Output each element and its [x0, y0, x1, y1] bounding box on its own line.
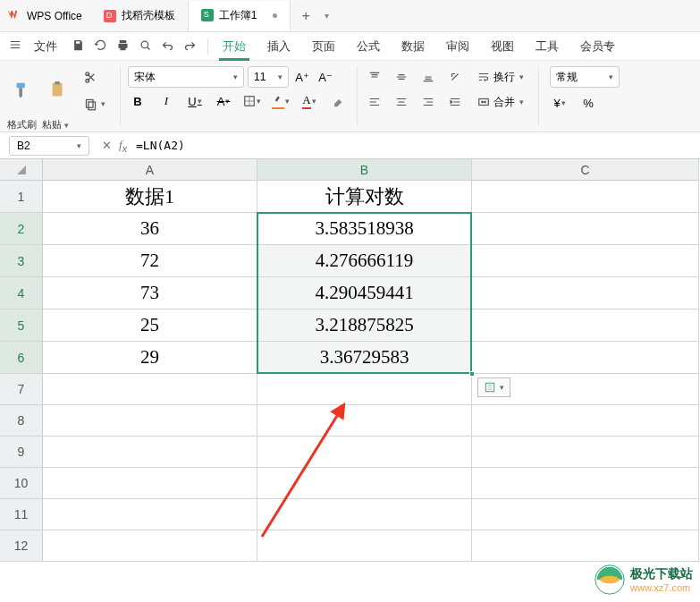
menu-formula[interactable]: 公式 [346, 32, 391, 61]
cell-B7[interactable] [257, 374, 472, 405]
tab-workbook1[interactable]: 工作簿1 [189, 1, 291, 31]
row-header-9[interactable]: 9 [0, 437, 43, 468]
cancel-formula-icon[interactable]: ✕ [102, 139, 112, 152]
print-icon[interactable] [116, 38, 130, 55]
tab-daokemuban[interactable]: 找稻壳模板 [91, 1, 189, 31]
cut-button[interactable] [79, 66, 111, 88]
font-name-select[interactable]: 宋体▾ [128, 66, 244, 88]
add-tab-button[interactable]: + [291, 8, 320, 24]
cell-C8[interactable] [472, 405, 699, 437]
menu-tools[interactable]: 工具 [525, 32, 569, 61]
cell-C3[interactable] [472, 245, 699, 277]
align-right-button[interactable] [418, 92, 438, 112]
indent-button[interactable] [445, 92, 465, 112]
row-header-4[interactable]: 4 [0, 277, 43, 309]
cell-C5[interactable] [472, 309, 699, 342]
font-color-button[interactable]: A▾ [299, 91, 319, 111]
cell-A10[interactable] [43, 468, 257, 499]
row-header-5[interactable]: 5 [0, 309, 43, 342]
cell-C12[interactable] [472, 530, 699, 562]
cell-B11[interactable] [257, 499, 472, 530]
menu-view[interactable]: 视图 [480, 32, 525, 61]
decrease-font-button[interactable]: A⁻ [316, 67, 335, 87]
row-header-10[interactable]: 10 [0, 468, 43, 499]
tab-overflow-icon[interactable]: ▾ [321, 11, 333, 21]
orientation-button[interactable] [445, 67, 465, 87]
cell-C6[interactable] [472, 342, 699, 374]
cell-C10[interactable] [472, 468, 699, 499]
paste-button[interactable] [43, 77, 73, 104]
row-header-12[interactable]: 12 [0, 530, 43, 562]
formula-input[interactable] [136, 139, 686, 152]
col-header-B[interactable]: B [257, 159, 472, 181]
cell-A1[interactable]: 数据1 [43, 181, 257, 213]
col-header-A[interactable]: A [43, 159, 257, 181]
cell-C9[interactable] [472, 437, 699, 468]
percent-button[interactable]: % [578, 93, 598, 113]
copy-button[interactable]: ▾ [79, 93, 111, 114]
menu-page[interactable]: 页面 [301, 32, 346, 61]
row-header-2[interactable]: 2 [0, 213, 43, 245]
cell-A9[interactable] [43, 437, 257, 468]
fill-color-button[interactable]: ▾ [271, 91, 291, 111]
menu-data[interactable]: 数据 [391, 32, 435, 61]
align-middle-button[interactable] [392, 67, 411, 87]
cell-C4[interactable] [472, 277, 699, 309]
align-left-button[interactable] [365, 92, 384, 112]
cell-B4[interactable]: 4.290459441 [257, 277, 472, 309]
cell-B2[interactable]: 3.583518938 [257, 213, 472, 245]
menu-start[interactable]: 开始 [212, 32, 257, 61]
cell-B3[interactable]: 4.276666119 [257, 245, 472, 277]
italic-button[interactable]: I [156, 91, 176, 111]
align-bottom-button[interactable] [418, 67, 438, 87]
clear-format-button[interactable] [328, 91, 348, 111]
format-painter-button[interactable] [7, 77, 38, 104]
autofill-options-button[interactable]: ▾ [477, 377, 510, 397]
cell-B8[interactable] [257, 405, 472, 437]
row-header-8[interactable]: 8 [0, 405, 43, 437]
cell-A4[interactable]: 73 [43, 277, 257, 309]
save-icon[interactable] [72, 38, 85, 55]
align-top-button[interactable] [365, 67, 384, 87]
col-header-C[interactable]: C [472, 159, 699, 181]
increase-font-button[interactable]: A⁺ [292, 67, 312, 87]
paste-label[interactable]: 粘贴▾ [42, 118, 69, 131]
menu-member[interactable]: 会员专 [569, 32, 626, 61]
cell-B6[interactable]: 3.36729583 [257, 342, 472, 374]
undo-icon[interactable] [161, 38, 174, 55]
fx-icon[interactable]: fx [119, 138, 127, 154]
row-header-3[interactable]: 3 [0, 245, 43, 277]
number-format-select[interactable]: 常规▾ [550, 66, 620, 88]
select-all-corner[interactable] [0, 159, 43, 181]
fill-handle[interactable] [469, 371, 475, 377]
merge-button[interactable]: 合并▾ [472, 91, 529, 113]
currency-button[interactable]: ¥▾ [550, 93, 569, 113]
cell-C11[interactable] [472, 499, 699, 530]
row-header-6[interactable]: 6 [0, 342, 43, 374]
row-header-7[interactable]: 7 [0, 374, 43, 405]
refresh-icon[interactable] [94, 38, 107, 55]
hamburger-icon[interactable] [4, 38, 27, 54]
cell-B12[interactable] [257, 530, 472, 562]
cell-A11[interactable] [43, 499, 257, 530]
border-button[interactable]: ▾ [242, 91, 262, 111]
align-center-button[interactable] [392, 92, 411, 112]
menu-review[interactable]: 审阅 [435, 32, 480, 61]
cell-A2[interactable]: 36 [43, 213, 257, 245]
menu-insert[interactable]: 插入 [257, 32, 301, 61]
row-header-11[interactable]: 11 [0, 499, 43, 530]
row-header-1[interactable]: 1 [0, 181, 43, 213]
cell-C1[interactable] [472, 181, 699, 213]
cell-B1[interactable]: 计算对数 [257, 181, 472, 213]
cell-A6[interactable]: 29 [43, 342, 257, 374]
cell-A12[interactable] [43, 530, 257, 562]
cell-B5[interactable]: 3.218875825 [257, 309, 472, 342]
cell-A3[interactable]: 72 [43, 245, 257, 277]
cell-A8[interactable] [43, 405, 257, 437]
preview-icon[interactable] [139, 38, 152, 55]
strikethrough-button[interactable]: A▾ [214, 91, 233, 111]
redo-icon[interactable] [183, 38, 197, 55]
bold-button[interactable]: B [128, 91, 148, 111]
font-size-select[interactable]: 11▾ [248, 66, 289, 88]
underline-button[interactable]: U▾ [185, 91, 205, 111]
